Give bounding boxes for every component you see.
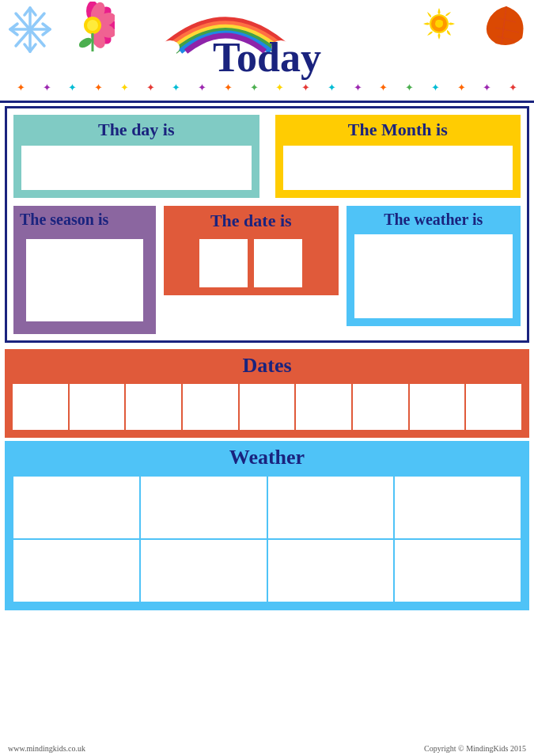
sparkle-16: ✦ xyxy=(405,82,414,94)
month-label: The Month is xyxy=(282,120,515,140)
weather-cell-3[interactable] xyxy=(267,476,395,539)
sparkle-15: ✦ xyxy=(379,82,388,94)
sparkle-decoration: ✦ ✦ ✦ ✦ ✦ ✦ ✦ ✦ ✦ ✦ ✦ ✦ ✦ ✦ ✦ ✦ ✦ ✦ ✦ ✦ xyxy=(0,80,534,96)
header-section: Today ✦ ✦ ✦ ✦ ✦ ✦ ✦ ✦ ✦ ✦ ✦ ✦ ✦ ✦ ✦ ✦ ✦ … xyxy=(0,0,534,103)
weather-cell-5[interactable] xyxy=(13,539,140,602)
sparkle-10: ✦ xyxy=(250,82,259,94)
row-day-month: The day is The Month is xyxy=(13,115,521,198)
main-content: The day is The Month is The season is Th… xyxy=(5,106,529,343)
sparkle-11: ✦ xyxy=(275,82,284,94)
sparkle-13: ✦ xyxy=(328,82,336,94)
footer-copyright: Copyright © MindingKids 2015 xyxy=(424,744,526,753)
sparkle-6: ✦ xyxy=(146,82,155,94)
season-label: The season is xyxy=(20,211,150,229)
date-box-1[interactable] xyxy=(198,237,249,289)
sparkle-7: ✦ xyxy=(172,82,180,94)
month-section: The Month is xyxy=(275,115,521,198)
weather-label: The weather is xyxy=(353,211,515,229)
weather-bottom-title: Weather xyxy=(11,446,523,469)
svg-point-30 xyxy=(435,20,443,28)
footer: www.mindingkids.co.uk Copyright © Mindin… xyxy=(0,743,534,754)
weather-grid xyxy=(11,474,523,604)
weather-cell-2[interactable] xyxy=(140,476,267,539)
dates-cell-2[interactable] xyxy=(70,384,127,430)
sparkle-18: ✦ xyxy=(457,82,466,94)
sparkle-9: ✦ xyxy=(224,82,233,94)
dates-cell-7[interactable] xyxy=(353,384,410,430)
dates-cell-9[interactable] xyxy=(466,384,521,430)
dates-title: Dates xyxy=(11,354,523,378)
sparkle-14: ✦ xyxy=(354,82,362,94)
dates-cell-6[interactable] xyxy=(296,384,353,430)
svg-point-21 xyxy=(87,20,98,31)
sparkle-4: ✦ xyxy=(94,82,103,94)
page-title: Today xyxy=(0,37,534,78)
dates-cell-8[interactable] xyxy=(410,384,467,430)
sparkle-3: ✦ xyxy=(68,82,77,94)
footer-website: www.mindingkids.co.uk xyxy=(8,744,85,753)
row-season-date-weather: The season is The date is The weather is xyxy=(13,206,521,334)
date-box-2[interactable] xyxy=(252,237,304,289)
season-section: The season is xyxy=(13,206,156,334)
sparkle-1: ✦ xyxy=(17,82,25,94)
weather-section-bottom: Weather xyxy=(5,441,529,610)
season-input-box[interactable] xyxy=(20,233,150,328)
sparkle-19: ✦ xyxy=(483,82,491,94)
weather-cell-1[interactable] xyxy=(13,476,140,539)
date-label: The date is xyxy=(170,211,332,231)
dates-cell-5[interactable] xyxy=(240,384,297,430)
day-input-box[interactable] xyxy=(20,144,253,192)
dates-cell-1[interactable] xyxy=(13,384,70,430)
weather-input-box[interactable] xyxy=(353,233,515,320)
sparkle-8: ✦ xyxy=(198,82,206,94)
sparkle-2: ✦ xyxy=(43,82,51,94)
weather-section: The weather is xyxy=(347,206,521,326)
date-boxes-container xyxy=(170,237,332,289)
dates-cell-4[interactable] xyxy=(183,384,240,430)
dates-section: Dates xyxy=(5,349,529,438)
dates-cell-3[interactable] xyxy=(126,384,183,430)
sparkle-17: ✦ xyxy=(431,82,440,94)
day-label: The day is xyxy=(20,120,253,140)
day-section: The day is xyxy=(13,115,259,198)
sparkle-20: ✦ xyxy=(509,82,517,94)
date-section: The date is xyxy=(164,206,339,295)
weather-cell-6[interactable] xyxy=(140,539,267,602)
weather-cell-7[interactable] xyxy=(267,539,395,602)
month-input-box[interactable] xyxy=(282,144,515,192)
weather-cell-8[interactable] xyxy=(394,539,521,602)
dates-grid xyxy=(11,382,523,431)
sparkle-5: ✦ xyxy=(120,82,129,94)
weather-cell-4[interactable] xyxy=(394,476,521,539)
sparkle-12: ✦ xyxy=(301,82,310,94)
